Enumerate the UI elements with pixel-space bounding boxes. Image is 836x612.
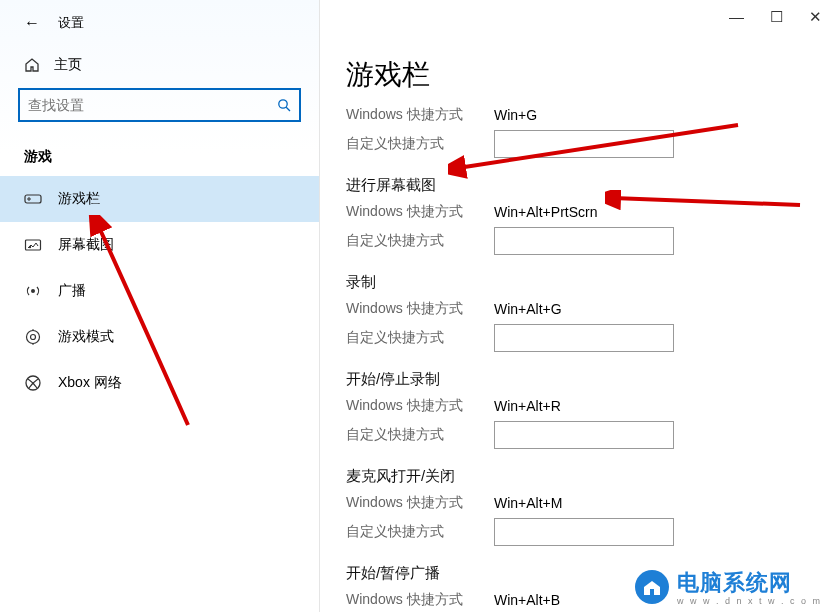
content-area: 游戏栏 Windows 快捷方式Win+G自定义快捷方式进行屏幕截图Window… [320,0,836,612]
shortcut-group-heading: 进行屏幕截图 [346,176,836,195]
sidebar-item-broadcast[interactable]: 广播 [0,268,319,314]
shortcut-label: 自定义快捷方式 [346,329,494,347]
close-button[interactable]: ✕ [809,8,822,26]
titlebar: ← 设置 [0,14,319,46]
shortcut-value: Win+Alt+M [494,495,562,511]
shortcut-row: 自定义快捷方式 [346,324,836,352]
shortcut-label: Windows 快捷方式 [346,106,494,124]
shortcut-row: 自定义快捷方式 [346,227,836,255]
shortcut-label: 自定义快捷方式 [346,135,494,153]
shortcut-row: Windows 快捷方式Win+Alt+M [346,494,836,512]
sidebar-item-screenshot[interactable]: 屏幕截图 [0,222,319,268]
sidebar-item-xbox-network[interactable]: Xbox 网络 [0,360,319,406]
shortcut-row: Windows 快捷方式Win+G [346,106,836,124]
back-button[interactable]: ← [24,14,40,32]
shortcut-label: Windows 快捷方式 [346,397,494,415]
search-icon [277,98,291,112]
home-label: 主页 [54,56,82,74]
shortcut-group-heading: 录制 [346,273,836,292]
maximize-button[interactable]: ☐ [770,8,783,26]
svg-line-1 [286,107,290,111]
search-input[interactable] [28,97,277,113]
watermark: 电脑系统网 w w w . d n x t w . c o m [635,568,822,606]
svg-point-8 [27,331,40,344]
sidebar-item-label: 游戏栏 [58,190,100,208]
broadcast-icon [24,283,42,299]
sidebar-item-game-mode[interactable]: 游戏模式 [0,314,319,360]
sidebar-item-label: Xbox 网络 [58,374,122,392]
game-mode-icon [24,328,42,346]
shortcut-row: 自定义快捷方式 [346,518,836,546]
svg-point-0 [279,100,287,108]
sidebar-item-label: 游戏模式 [58,328,114,346]
svg-rect-5 [26,240,41,250]
shortcut-label: 自定义快捷方式 [346,523,494,541]
custom-shortcut-input[interactable] [494,421,674,449]
svg-point-7 [31,289,35,293]
shortcut-row: Windows 快捷方式Win+Alt+PrtScrn [346,203,836,221]
shortcut-row: Windows 快捷方式Win+Alt+G [346,300,836,318]
sidebar-item-label: 广播 [58,282,86,300]
sidebar-item-label: 屏幕截图 [58,236,114,254]
minimize-button[interactable]: — [729,8,744,26]
shortcut-row: 自定义快捷方式 [346,130,836,158]
shortcut-value: Win+Alt+R [494,398,561,414]
sidebar: ← 设置 主页 游戏 游戏栏 [0,0,320,612]
home-icon [24,57,40,73]
screenshot-icon [24,238,42,252]
watermark-sub: w w w . d n x t w . c o m [677,596,822,606]
shortcut-value: Win+Alt+PrtScrn [494,204,597,220]
xbox-icon [24,374,42,392]
shortcut-label: 自定义快捷方式 [346,232,494,250]
shortcut-label: Windows 快捷方式 [346,591,494,609]
svg-rect-13 [650,589,654,595]
shortcut-group-heading: 麦克风打开/关闭 [346,467,836,486]
shortcut-label: 自定义快捷方式 [346,426,494,444]
app-title: 设置 [58,14,84,32]
shortcut-value: Win+Alt+B [494,592,560,608]
shortcut-label: Windows 快捷方式 [346,494,494,512]
shortcut-row: 自定义快捷方式 [346,421,836,449]
watermark-text: 电脑系统网 [677,568,822,598]
shortcut-value: Win+Alt+G [494,301,562,317]
custom-shortcut-input[interactable] [494,518,674,546]
search-box[interactable] [18,88,301,122]
sidebar-item-game-bar[interactable]: 游戏栏 [0,176,319,222]
game-bar-icon [24,192,42,206]
section-label: 游戏 [0,140,319,176]
shortcut-row: Windows 快捷方式Win+Alt+R [346,397,836,415]
custom-shortcut-input[interactable] [494,324,674,352]
home-nav[interactable]: 主页 [0,46,319,88]
custom-shortcut-input[interactable] [494,227,674,255]
svg-point-9 [31,335,36,340]
watermark-logo-icon [635,570,669,604]
shortcut-label: Windows 快捷方式 [346,203,494,221]
page-title: 游戏栏 [346,56,836,94]
custom-shortcut-input[interactable] [494,130,674,158]
shortcut-value: Win+G [494,107,537,123]
shortcut-group-heading: 开始/停止录制 [346,370,836,389]
window-controls: — ☐ ✕ [729,8,822,26]
shortcut-label: Windows 快捷方式 [346,300,494,318]
